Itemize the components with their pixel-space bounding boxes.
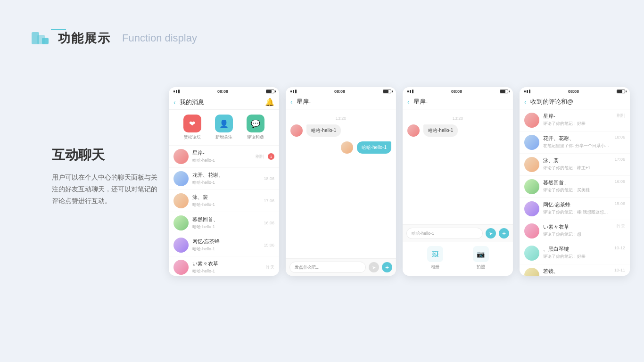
phone-4: 08:08 ‹ 收到的评论和@ 星岸- 评论了你的笔记：好棒 刚刚	[520, 87, 630, 276]
avatar	[524, 268, 539, 276]
chat-input-3[interactable]	[406, 228, 483, 239]
chat-time: 16:06	[264, 221, 274, 225]
chat-messages-3: 13:20 哈哈-hello-1	[403, 109, 513, 224]
status-bar-4: 08:08	[520, 87, 630, 96]
comment-text: 评论了你的笔记：好棒	[543, 121, 613, 127]
status-time-3: 08:08	[451, 89, 462, 94]
avatar	[173, 238, 189, 253]
avatar	[173, 260, 189, 275]
back-icon-4[interactable]: ‹	[524, 98, 527, 106]
comment-name: い素々衣草	[543, 223, 613, 230]
avatar	[290, 124, 303, 137]
add-button-2[interactable]: +	[382, 262, 392, 272]
comment-time: 10-12	[614, 246, 625, 250]
comment-info: 泳、裴 评论了你的笔记：棒主+1	[543, 157, 611, 171]
chat-time: 18:06	[264, 176, 274, 181]
comment-time: 16:06	[614, 179, 625, 184]
camera-icon: 📷	[473, 246, 489, 262]
signal-3	[407, 90, 413, 93]
avatar	[173, 171, 189, 186]
comment-info: い素々衣草 评论了你的笔记：想	[543, 223, 613, 238]
comment-time: 刚刚	[617, 113, 625, 119]
list-item[interactable]: 星岸- 哈哈-hello-1 刚刚 1	[169, 146, 279, 168]
nav-notification-1[interactable]: 🔔	[265, 98, 274, 107]
phone-4-content: 星岸- 评论了你的笔记：好棒 刚刚 花开、花谢、 在笔记里里了你: 分享一个日系…	[520, 109, 630, 276]
chat-preview: 哈哈-hello-1	[192, 180, 260, 186]
status-time-4: 08:08	[568, 89, 579, 94]
comment-name: 花开、花谢、	[543, 135, 611, 142]
send-button-3[interactable]: ➤	[486, 228, 496, 239]
chat-name: 花开、花谢、	[192, 172, 260, 179]
signal-bar	[407, 90, 409, 92]
comment-name: 泳、裴	[543, 157, 611, 164]
message-bubble-sent: 哈哈-hello-1	[357, 141, 391, 154]
comment-text: 评论了你的笔记：想	[543, 231, 613, 238]
avatar	[173, 149, 189, 164]
chat-name: い素々衣草	[192, 260, 262, 267]
chat-input-2[interactable]	[289, 262, 366, 273]
avatar	[524, 135, 539, 150]
signal-bar	[176, 90, 177, 93]
sent-message: 哈哈-hello-1	[290, 141, 391, 154]
phone-3-content: 13:20 哈哈-hello-1 ➤ + 🖼 相册 📷 拍照	[403, 109, 513, 276]
back-icon-2[interactable]: ‹	[290, 98, 293, 106]
comment-info: 花开、花谢、 在笔记里里了你: 分享一个日系小清新显生活风格的	[543, 135, 611, 149]
comment-name: 、黑白琴键	[543, 246, 611, 253]
list-item[interactable]: 星岸- 评论了你的笔记：好棒 刚刚	[520, 109, 630, 132]
icon-comment: 💬	[247, 115, 264, 132]
list-item[interactable]: い素々衣草 评论了你的笔记：想 昨天	[520, 220, 630, 242]
chat-time: 刚刚	[256, 154, 264, 160]
avatar	[407, 124, 420, 137]
feature-body: 用户可以在个人中心的聊天面板与关注的好友互动聊天，还可以对笔记的评论点赞进行互动…	[52, 172, 160, 207]
signal-bar	[412, 90, 413, 93]
camera-label: 拍照	[477, 264, 485, 270]
list-item[interactable]: 若镜、 评论了你的笔记：当然 10-11	[520, 264, 630, 276]
list-item[interactable]: 泳、裴 哈哈-hello-1 17:06	[169, 190, 279, 212]
received-message-3: 哈哈-hello-1	[407, 124, 508, 137]
add-button-3[interactable]: +	[499, 228, 509, 239]
nav-title-2: 星岸-	[297, 98, 311, 106]
nav-bar-3: ‹ 星岸-	[403, 96, 513, 109]
list-item[interactable]: い素々衣草 哈哈-hello-1 昨天	[169, 256, 279, 276]
signal-bar	[527, 90, 528, 93]
list-item[interactable]: 花开、花谢、 哈哈-hello-1 18:06	[169, 168, 279, 190]
comment-time: 15:06	[614, 201, 625, 206]
back-icon-3[interactable]: ‹	[407, 98, 410, 106]
title-divider	[51, 29, 66, 30]
chat-preview: 哈哈-hello-1	[192, 224, 260, 230]
nav-bar-4: ‹ 收到的评论和@	[520, 96, 630, 109]
chat-messages-2: 13:20 哈哈-hello-1 哈哈-hello-1	[286, 109, 396, 258]
comment-info: 星岸- 评论了你的笔记：好棒	[543, 113, 613, 127]
msg-icon-comment[interactable]: 💬 评论和@	[247, 115, 264, 140]
signal-bar	[295, 90, 297, 93]
media-camera[interactable]: 📷 拍照	[473, 246, 489, 270]
list-item[interactable]: 网忆·忘茶蜂 评论了你的笔记：棒!我想图这想要的好看以后可以 15:06	[520, 198, 630, 220]
avatar	[524, 113, 539, 128]
feature-title: 互动聊天	[52, 146, 160, 164]
media-album[interactable]: 🖼 相册	[427, 246, 443, 270]
chat-preview: 哈哈-hello-1	[192, 157, 252, 164]
avatar	[524, 246, 539, 261]
phone-2-content: 13:20 哈哈-hello-1 哈哈-hello-1 ➤ +	[286, 109, 396, 276]
msg-icon-follow[interactable]: 👤 新增关注	[215, 115, 233, 140]
list-item[interactable]: 、黑白琴键 评论了你的笔记：好棒 10-12	[520, 242, 630, 264]
battery-4	[617, 90, 625, 93]
nav-title-3: 星岸-	[413, 98, 428, 106]
phone-1-content: ❤ 赞松论坛 👤 新增关注 💬 评论和@ 星岸- 哈哈-hello-	[169, 110, 279, 276]
msg-icon-love[interactable]: ❤ 赞松论坛	[183, 115, 201, 140]
send-button-2[interactable]: ➤	[369, 262, 379, 272]
status-time-2: 08:08	[334, 89, 345, 94]
list-item[interactable]: 暮然回首、 评论了你的笔记：买美鞋 16:06	[520, 176, 630, 198]
comment-info: 暮然回首、 评论了你的笔记：买美鞋	[543, 179, 611, 193]
phone-2: 08:08 ‹ 星岸- 13:20 哈哈-hello-1 哈哈-hello-1	[286, 87, 396, 276]
chat-name: 泳、裴	[192, 194, 260, 201]
chat-info: 花开、花谢、 哈哈-hello-1	[192, 172, 260, 186]
list-item[interactable]: 泳、裴 评论了你的笔记：棒主+1 17:06	[520, 154, 630, 176]
battery-2	[383, 90, 391, 93]
back-icon-1[interactable]: ‹	[173, 99, 176, 106]
list-item[interactable]: 暮然回首、 哈哈-hello-1 16:06	[169, 212, 279, 234]
list-item[interactable]: 网忆·忘茶蜂 哈哈-hello-1 15:06	[169, 234, 279, 256]
chat-time: 15:06	[264, 243, 274, 247]
list-item[interactable]: 花开、花谢、 在笔记里里了你: 分享一个日系小清新显生活风格的 18:06	[520, 132, 630, 154]
status-bar-1: 08:08	[169, 87, 279, 96]
